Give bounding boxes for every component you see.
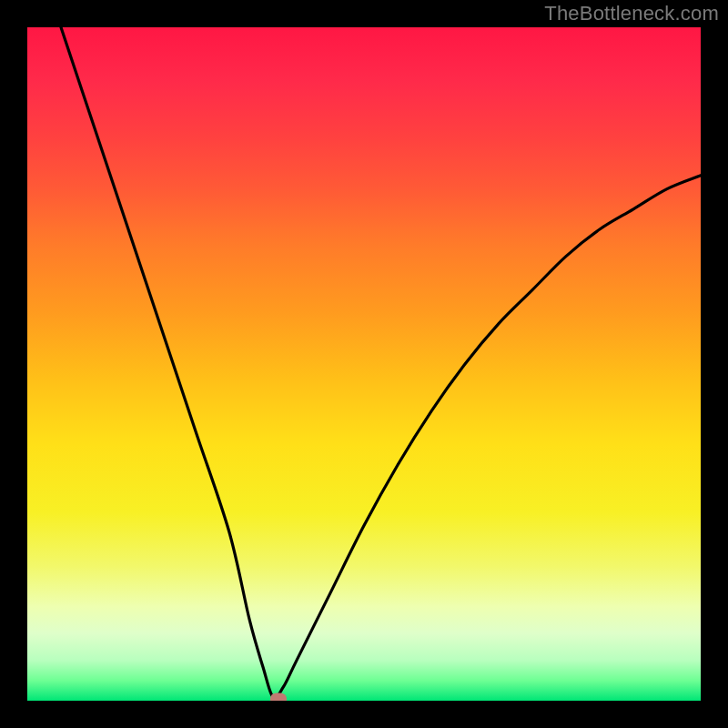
bottleneck-curve [61,27,701,698]
curve-svg [27,27,701,701]
chart-frame: TheBottleneck.com [0,0,728,728]
plot-area [27,27,701,701]
watermark-label: TheBottleneck.com [544,2,719,25]
optimum-marker [270,693,287,701]
